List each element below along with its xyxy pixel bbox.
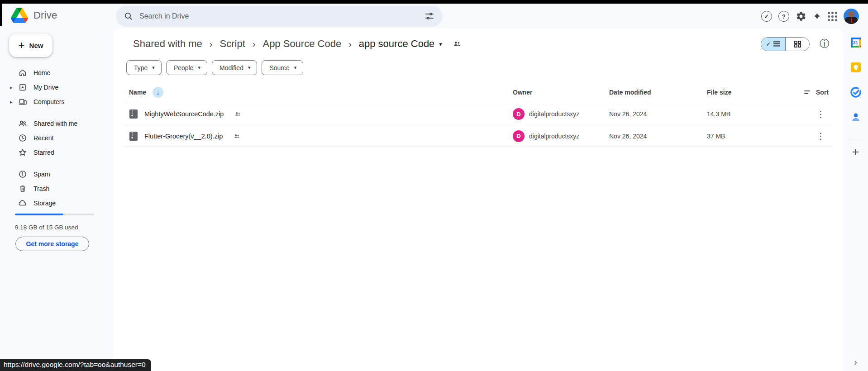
sort-button[interactable]: Sort: [801, 89, 832, 96]
get-more-storage-button[interactable]: Get more storage: [15, 237, 89, 251]
filter-label: Type: [134, 64, 148, 71]
breadcrumb-current-folder[interactable]: app source Code ▾: [354, 36, 447, 52]
avatar-tie: [851, 18, 852, 23]
column-date-label: Date modified: [609, 89, 651, 96]
search-input[interactable]: Search in Drive: [116, 6, 443, 27]
help-glyph: ?: [782, 13, 786, 20]
search-options-icon[interactable]: [424, 11, 434, 21]
drive-logo-icon: [11, 8, 28, 23]
expand-caret-icon[interactable]: ▸: [10, 85, 13, 90]
column-owner[interactable]: Owner: [513, 89, 609, 96]
file-name[interactable]: Flutter-Grocery(v__2.0).zip: [144, 133, 223, 140]
expand-caret-icon[interactable]: ▸: [10, 99, 13, 105]
sidebar-nav: Home ▸ My Drive ▸ Computers Shared with …: [0, 66, 113, 210]
tasks-icon[interactable]: [850, 86, 862, 98]
table-header: Name ↓ Owner Date modified File size Sor…: [124, 81, 832, 103]
date-modified: Nov 26, 2024: [609, 110, 647, 118]
breadcrumb: Shared with me › Script › App Source Cod…: [129, 36, 761, 52]
filter-modified[interactable]: Modified ▾: [212, 60, 257, 75]
breadcrumb-app-source-code[interactable]: App Source Code: [258, 36, 346, 52]
zip-file-icon: [129, 131, 138, 141]
drive-logo[interactable]: Drive: [11, 8, 57, 23]
panel-divider: [849, 139, 863, 139]
sidebar-item-storage[interactable]: Storage: [0, 196, 113, 210]
keep-icon[interactable]: [850, 62, 862, 73]
sort-icon: [804, 90, 811, 95]
file-row[interactable]: MightyWebSourceCode.zip D digitalproduct…: [124, 103, 832, 125]
shared-people-icon: [234, 133, 240, 139]
shared-with-me-icon: [18, 119, 27, 128]
get-add-ons-icon[interactable]: +: [852, 146, 859, 157]
filter-chips: Type ▾ People ▾ Modified ▾ Source ▾: [113, 57, 843, 75]
sort-label: Sort: [816, 89, 829, 96]
column-name[interactable]: Name: [129, 89, 146, 96]
owner-name: digitalproductsxyz: [529, 110, 579, 118]
sidebar-item-spam[interactable]: Spam: [0, 167, 113, 181]
more-actions-icon[interactable]: ⋮: [816, 131, 825, 141]
calendar-icon[interactable]: 31: [850, 37, 862, 48]
check-icon: ✓: [766, 41, 771, 48]
main-content: Shared with me › Script › App Source Cod…: [113, 29, 843, 371]
more-actions-icon[interactable]: ⋮: [816, 109, 825, 119]
app-title: Drive: [33, 10, 57, 21]
link-status-bar: https://drive.google.com/?tab=oo&authuse…: [0, 359, 151, 371]
hide-side-panel-icon[interactable]: ›: [854, 357, 857, 367]
owner-avatar[interactable]: D: [513, 130, 525, 142]
gemini-sparkle-icon[interactable]: ✦: [813, 11, 821, 22]
list-view-button[interactable]: ✓: [761, 38, 785, 51]
search-icon[interactable]: [124, 12, 133, 21]
folder-menu-caret-icon: ▾: [439, 41, 442, 48]
breadcrumb-shared-with-me[interactable]: Shared with me: [129, 36, 207, 52]
owner-name: digitalproductsxyz: [529, 133, 579, 140]
grid-view-icon: [794, 41, 801, 48]
sidebar: + New Home ▸ My Drive ▸ Computers Shared…: [0, 29, 113, 371]
settings-gear-icon[interactable]: [796, 11, 806, 22]
sidebar-item-home[interactable]: Home: [0, 66, 113, 80]
trash-icon: [18, 184, 27, 193]
file-size: 14.3 MB: [707, 110, 730, 118]
filter-source[interactable]: Source ▾: [262, 60, 303, 75]
breadcrumb-separator: ›: [210, 39, 213, 49]
owner-avatar[interactable]: D: [513, 108, 525, 120]
filter-type[interactable]: Type ▾: [126, 60, 162, 75]
list-view-icon: [773, 41, 780, 47]
header-actions: ✓ ? ✦: [761, 7, 859, 26]
computers-icon: [18, 97, 27, 106]
column-date-modified[interactable]: Date modified: [609, 89, 707, 96]
layout-toggle: ✓: [761, 37, 810, 51]
link-url: https://drive.google.com/?tab=oo&authuse…: [4, 361, 146, 369]
breadcrumb-script[interactable]: Script: [215, 36, 250, 52]
contacts-icon[interactable]: [850, 111, 862, 123]
current-folder-label: app source Code: [359, 38, 435, 50]
sidebar-item-computers[interactable]: ▸ Computers: [0, 95, 113, 109]
account-avatar[interactable]: [844, 9, 859, 24]
folder-shared-icon[interactable]: [453, 40, 461, 48]
details-info-icon[interactable]: ⓘ: [820, 39, 830, 49]
help-icon[interactable]: ?: [778, 11, 789, 22]
sidebar-item-trash[interactable]: Trash: [0, 181, 113, 196]
sidebar-item-label: Starred: [33, 149, 54, 156]
file-list: MightyWebSourceCode.zip D digitalproduct…: [124, 103, 832, 147]
sidebar-item-my-drive[interactable]: ▸ My Drive: [0, 80, 113, 95]
offline-check-glyph: ✓: [764, 13, 769, 20]
toolbar: Shared with me › Script › App Source Cod…: [113, 29, 843, 57]
sort-direction-icon[interactable]: ↓: [153, 87, 163, 98]
grid-view-button[interactable]: [785, 38, 809, 51]
cloud-icon: [18, 199, 27, 208]
my-drive-icon: [18, 83, 27, 92]
storage-progress: [15, 214, 94, 215]
sidebar-item-recent[interactable]: Recent: [0, 131, 113, 145]
chevron-down-icon: ▾: [152, 65, 155, 71]
file-name[interactable]: MightyWebSourceCode.zip: [144, 110, 224, 118]
sidebar-item-shared-with-me[interactable]: Shared with me: [0, 116, 113, 131]
filter-people[interactable]: People ▾: [166, 60, 207, 75]
new-button[interactable]: + New: [9, 33, 52, 57]
date-modified: Nov 26, 2024: [609, 133, 647, 140]
google-apps-icon[interactable]: [828, 12, 837, 21]
column-file-size[interactable]: File size: [707, 89, 801, 96]
storage-usage-text: 9.18 GB of 15 GB used: [15, 224, 78, 231]
breadcrumb-separator: ›: [253, 39, 256, 49]
offline-status-icon[interactable]: ✓: [761, 11, 772, 22]
file-row[interactable]: Flutter-Grocery(v__2.0).zip D digitalpro…: [124, 125, 832, 147]
sidebar-item-starred[interactable]: Starred: [0, 145, 113, 160]
